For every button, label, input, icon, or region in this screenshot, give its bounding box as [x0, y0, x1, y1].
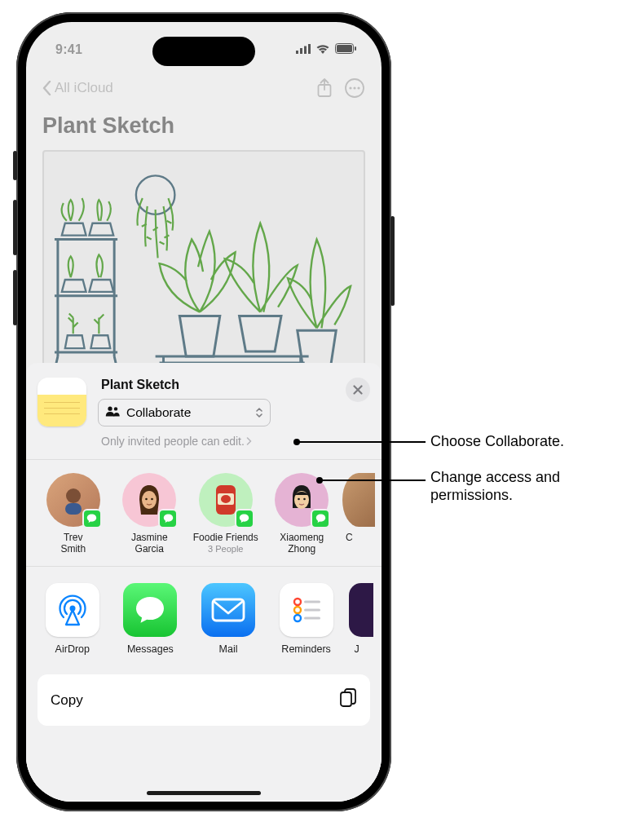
svg-rect-3 [308, 44, 311, 54]
home-indicator[interactable] [147, 791, 261, 795]
copy-action[interactable]: Copy [37, 674, 370, 726]
contact-name: C [342, 532, 375, 543]
volume-down-button [13, 270, 17, 325]
people-icon [105, 405, 120, 420]
power-button [390, 216, 395, 306]
contact-jasmine-garcia[interactable]: Jasmine Garcia [114, 473, 186, 555]
svg-rect-33 [304, 617, 320, 620]
notes-app-icon [37, 378, 86, 426]
status-time: 9:41 [55, 42, 82, 57]
contact-trev-smith[interactable]: Trev Smith [37, 473, 109, 555]
svg-rect-2 [304, 46, 307, 55]
callout-leader [320, 480, 426, 481]
svg-point-24 [298, 498, 300, 501]
svg-point-14 [114, 407, 117, 410]
chevron-left-icon [42, 81, 51, 95]
share-sheet: Plant Sketch Collaborate Only invited pe… [26, 363, 382, 802]
svg-rect-34 [341, 692, 351, 706]
svg-rect-31 [304, 601, 320, 603]
app-reminders[interactable]: Reminders [271, 583, 342, 655]
share-apps-row: AirDrop Messages Mail [26, 567, 382, 660]
svg-point-10 [353, 86, 355, 89]
dynamic-island [152, 37, 255, 66]
chevron-right-icon [246, 437, 252, 445]
contact-name: Garcia [114, 543, 186, 555]
svg-rect-6 [355, 46, 356, 51]
svg-rect-1 [300, 48, 302, 54]
messages-badge-icon [82, 509, 102, 528]
collaborate-label: Collaborate [126, 405, 249, 420]
volume-silent-switch [13, 151, 17, 180]
svg-point-18 [145, 498, 148, 501]
share-sheet-title: Plant Sketch [98, 378, 334, 392]
updown-chevron-icon [255, 407, 263, 418]
access-label: Only invited people can edit. [101, 435, 245, 448]
svg-point-12 [136, 175, 174, 214]
contact-name: Zhong [267, 543, 338, 555]
copy-label: Copy [51, 692, 83, 709]
callout-leader [297, 441, 426, 443]
svg-point-9 [349, 86, 351, 89]
contact-name: Xiaomeng [267, 532, 338, 543]
app-messages[interactable]: Messages [116, 583, 186, 655]
copy-icon [339, 687, 357, 713]
svg-point-13 [108, 407, 112, 411]
svg-rect-27 [213, 599, 244, 621]
contact-subtitle: 3 People [190, 543, 262, 555]
wifi-icon [315, 42, 330, 57]
svg-rect-16 [65, 503, 82, 515]
airdrop-icon [55, 592, 90, 628]
svg-point-30 [294, 615, 301, 621]
messages-badge-icon [311, 509, 330, 528]
contact-name: Foodie Friends [190, 532, 262, 543]
volume-up-button [13, 200, 17, 255]
close-button[interactable] [346, 378, 370, 402]
svg-rect-0 [296, 51, 298, 54]
messages-badge-icon [158, 509, 178, 528]
share-icon[interactable] [316, 78, 333, 98]
svg-point-22 [221, 495, 231, 503]
more-icon[interactable] [344, 77, 365, 99]
contact-name: Smith [37, 543, 109, 555]
reminders-icon [290, 594, 323, 626]
back-label: All iCloud [55, 80, 113, 96]
screen: 9:41 All iCloud [26, 22, 382, 802]
svg-point-29 [294, 607, 301, 613]
app-partial[interactable]: J [349, 583, 375, 655]
messages-badge-icon [235, 509, 254, 528]
callout-permissions: Change access and permissions. [430, 468, 610, 504]
collaborate-mode-selector[interactable]: Collaborate [98, 399, 271, 426]
svg-point-15 [66, 488, 81, 503]
contact-xiaomeng-zhong[interactable]: Xiaomeng Zhong [267, 473, 338, 555]
note-title: Plant Sketch [42, 107, 365, 150]
suggested-contacts-row: Trev Smith Jasmine Garcia Fo [26, 460, 382, 567]
svg-point-19 [151, 498, 153, 501]
svg-point-25 [303, 498, 306, 501]
svg-rect-5 [337, 45, 352, 52]
app-label: Messages [116, 643, 186, 655]
mail-icon [210, 597, 246, 623]
contact-foodie-friends[interactable]: Foodie Friends 3 People [190, 473, 262, 555]
app-airdrop[interactable]: AirDrop [37, 583, 108, 655]
messages-icon [133, 594, 167, 626]
battery-icon [335, 42, 357, 57]
svg-point-17 [142, 491, 157, 509]
app-label: AirDrop [37, 643, 108, 655]
back-button[interactable]: All iCloud [42, 80, 113, 96]
svg-point-28 [294, 599, 301, 605]
contact-name: Jasmine [114, 532, 186, 543]
cellular-signal-icon [296, 42, 311, 57]
iphone-frame: 9:41 All iCloud [16, 12, 391, 811]
svg-rect-32 [304, 609, 320, 612]
app-label: Mail [193, 643, 263, 655]
app-label: Reminders [271, 643, 342, 655]
callout-collaborate: Choose Collaborate. [430, 432, 564, 450]
close-icon [353, 385, 363, 395]
contact-partial[interactable]: C [342, 473, 375, 555]
app-mail[interactable]: Mail [193, 583, 263, 655]
contact-name: Trev [37, 532, 109, 543]
svg-point-11 [357, 86, 359, 89]
